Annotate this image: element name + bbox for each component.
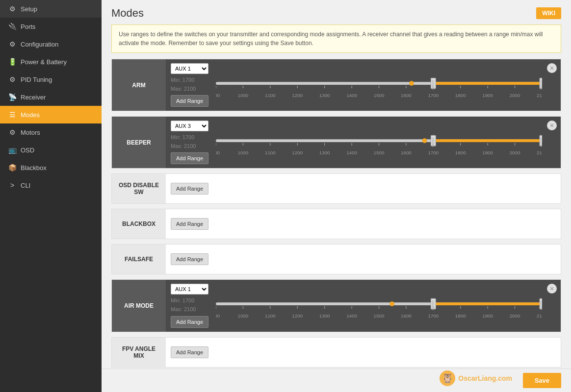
mode-controls-beeper: AUX 1AUX 2AUX 3AUX 4Min: 1700Max: 2100Ad… [166, 117, 213, 168]
modes-container: ARMAUX 1AUX 2AUX 3AUX 4Min: 1700Max: 210… [102, 59, 571, 392]
svg-text:1700: 1700 [428, 150, 439, 155]
sidebar-item-osd[interactable]: 📺OSD [0, 141, 102, 159]
mode-row-failsafe: FAILSAFEAdd Range [111, 244, 561, 274]
add-range-button-osd-disable-sw[interactable]: Add Range [171, 183, 208, 195]
svg-text:1500: 1500 [374, 150, 385, 155]
sidebar-item-setup[interactable]: ⚙Setup [0, 0, 102, 18]
setup-icon: ⚙ [8, 5, 17, 13]
min-max-arm: Min: 1700Max: 2100 [171, 76, 208, 93]
mode-row-arm: ARMAUX 1AUX 2AUX 3AUX 4Min: 1700Max: 210… [111, 59, 561, 111]
sidebar-item-motors[interactable]: ⚙Motors [0, 123, 102, 141]
sidebar: ⚙Setup🔌Ports⚙Configuration🔋Power & Batte… [0, 0, 102, 392]
remove-button-beeper[interactable]: × [547, 121, 557, 130]
svg-text:1200: 1200 [292, 150, 303, 155]
sidebar-item-power-battery[interactable]: 🔋Power & Battery [0, 53, 102, 71]
svg-text:1700: 1700 [428, 93, 439, 98]
sidebar-item-receiver[interactable]: 📡Receiver [0, 88, 102, 106]
min-max-beeper: Min: 1700Max: 2100 [171, 133, 208, 150]
add-range-button-failsafe[interactable]: Add Range [171, 253, 208, 265]
mode-label-air-mode: AIR MODE [112, 280, 166, 331]
svg-text:900: 900 [216, 150, 220, 155]
svg-text:1800: 1800 [455, 93, 466, 98]
main-content: Modes WIKI Use ranges to define the swit… [102, 0, 571, 392]
mode-label-arm: ARM [112, 59, 166, 111]
slider-col-arm: 9001000110012001300140015001600170018001… [213, 59, 547, 111]
svg-text:1300: 1300 [319, 313, 330, 318]
sidebar-item-modes[interactable]: ☰Modes [0, 106, 102, 123]
sidebar-item-cli[interactable]: >CLI [0, 176, 102, 194]
svg-text:1000: 1000 [238, 313, 249, 318]
watermark-text: OscarLiang.com [458, 374, 512, 382]
mode-row-fpv-angle-mix: FPV ANGLE MIXAdd Range [111, 337, 561, 368]
receiver-icon: 📡 [8, 93, 17, 101]
svg-text:1100: 1100 [265, 313, 276, 318]
svg-point-78 [389, 301, 394, 306]
mode-controls-osd-disable-sw: Add Range [166, 174, 213, 203]
svg-point-8 [409, 81, 414, 86]
osd-icon: 📺 [8, 146, 17, 154]
add-range-button-air-mode[interactable]: Add Range [171, 316, 208, 328]
mode-controls-failsafe: Add Range [166, 245, 213, 274]
svg-text:1100: 1100 [265, 93, 276, 98]
sidebar-label-blackbox: Blackbox [21, 164, 47, 172]
add-range-button-beeper[interactable]: Add Range [171, 152, 208, 164]
remove-button-arm[interactable]: × [547, 63, 557, 73]
mode-row-air-mode: AIR MODEAUX 1AUX 2AUX 3AUX 4Min: 1700Max… [111, 279, 561, 332]
save-footer: 🦉 OscarLiang.com Save [102, 368, 571, 392]
svg-text:1800: 1800 [455, 150, 466, 155]
watermark-site: OscarLiang [458, 374, 496, 382]
mode-controls-fpv-angle-mix: Add Range [166, 338, 213, 367]
sidebar-label-modes: Modes [21, 111, 40, 119]
svg-text:1400: 1400 [346, 313, 357, 318]
sidebar-item-pid-tuning[interactable]: ⚙PID Tuning [0, 71, 102, 88]
sidebar-label-pid-tuning: PID Tuning [21, 76, 52, 83]
svg-text:1000: 1000 [238, 150, 249, 155]
svg-text:1200: 1200 [292, 313, 303, 318]
svg-text:900: 900 [216, 93, 220, 98]
modes-icon: ☰ [8, 111, 17, 119]
mode-label-beeper: BEEPER [112, 117, 166, 168]
watermark-owl: 🦉 [440, 370, 455, 386]
svg-text:1500: 1500 [374, 313, 385, 318]
svg-text:1900: 1900 [482, 150, 493, 155]
motors-icon: ⚙ [8, 128, 17, 136]
svg-text:1300: 1300 [319, 150, 330, 155]
svg-text:1600: 1600 [401, 93, 412, 98]
ports-icon: 🔌 [8, 23, 17, 30]
aux-select-air-mode[interactable]: AUX 1AUX 2AUX 3AUX 4 [171, 284, 208, 294]
watermark: 🦉 OscarLiang.com [440, 370, 512, 386]
aux-select-beeper[interactable]: AUX 1AUX 2AUX 3AUX 4 [171, 121, 208, 131]
svg-text:2100: 2100 [537, 313, 542, 318]
sidebar-label-setup: Setup [21, 5, 37, 13]
svg-text:2000: 2000 [510, 93, 520, 98]
add-range-button-blackbox[interactable]: Add Range [171, 218, 208, 230]
wiki-button[interactable]: WIKI [536, 7, 561, 19]
page-title: Modes [111, 7, 144, 20]
mode-label-fpv-angle-mix: FPV ANGLE MIX [112, 338, 166, 367]
svg-text:1800: 1800 [455, 313, 466, 318]
svg-text:2100: 2100 [537, 93, 542, 98]
add-range-button-arm[interactable]: Add Range [171, 95, 208, 107]
svg-text:1300: 1300 [319, 93, 330, 98]
svg-text:1900: 1900 [482, 313, 493, 318]
slider-col-beeper: 9001000110012001300140015001600170018001… [213, 117, 547, 168]
sidebar-item-blackbox[interactable]: 📦Blackbox [0, 159, 102, 176]
svg-text:1200: 1200 [292, 93, 303, 98]
cli-icon: > [8, 181, 17, 189]
add-range-button-fpv-angle-mix[interactable]: Add Range [171, 346, 208, 358]
svg-rect-71 [433, 302, 542, 305]
svg-text:1400: 1400 [346, 150, 357, 155]
aux-select-arm[interactable]: AUX 1AUX 2AUX 3AUX 4 [171, 63, 208, 74]
sidebar-label-configuration: Configuration [21, 41, 58, 48]
mode-row-blackbox: BLACKBOXAdd Range [111, 209, 561, 239]
mode-label-blackbox: BLACKBOX [112, 209, 166, 239]
remove-button-air-mode[interactable]: × [547, 284, 557, 294]
sidebar-item-configuration[interactable]: ⚙Configuration [0, 35, 102, 53]
svg-text:1000: 1000 [238, 93, 249, 98]
blackbox-icon: 📦 [8, 164, 17, 172]
svg-text:900: 900 [216, 313, 220, 318]
svg-text:1600: 1600 [401, 150, 412, 155]
save-button[interactable]: Save [523, 373, 561, 388]
sidebar-label-motors: Motors [21, 129, 40, 136]
sidebar-item-ports[interactable]: 🔌Ports [0, 18, 102, 35]
